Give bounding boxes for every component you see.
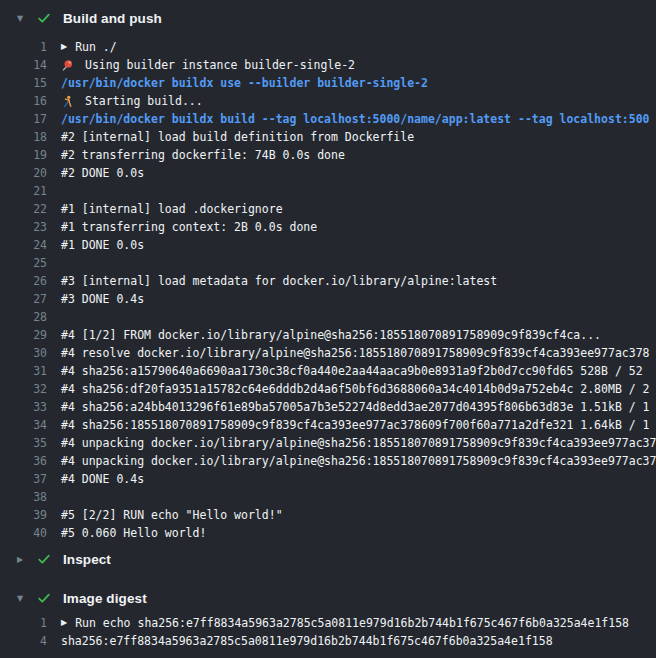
line-number[interactable]: 4 — [0, 632, 47, 650]
line-number[interactable]: 16 — [0, 92, 47, 110]
log-text: #2 [internal] load build definition from… — [61, 128, 414, 146]
log-text: #1 transferring context: 2B 0.0s done — [61, 218, 317, 236]
line-number[interactable]: 27 — [0, 290, 47, 308]
line-number[interactable]: 14 — [0, 56, 47, 74]
log-line: 29 #4 [1/2] FROM docker.io/library/alpin… — [0, 326, 656, 344]
log-text: #1 DONE 0.0s — [61, 236, 144, 254]
log-text: #4 unpacking docker.io/library/alpine@sh… — [61, 452, 656, 470]
log-lines-build-and-push: 1 ▶Run ./ 14 Using builder instance buil… — [0, 38, 656, 542]
line-number[interactable]: 1 — [0, 614, 47, 632]
line-number[interactable]: 20 — [0, 164, 47, 182]
expand-group-icon[interactable]: ▶ — [61, 38, 67, 56]
line-number[interactable]: 37 — [0, 470, 47, 488]
log-text: #4 sha256:185518070891758909c9f839cf4ca3… — [61, 416, 650, 434]
line-number[interactable]: 38 — [0, 488, 47, 506]
log-message: Using builder instance builder-single-2 — [85, 56, 355, 74]
log-line: 28 — [0, 308, 656, 326]
line-number[interactable]: 31 — [0, 362, 47, 380]
log-text: #2 transferring dockerfile: 74B 0.0s don… — [61, 146, 345, 164]
log-line: 35 #4 unpacking docker.io/library/alpine… — [0, 434, 656, 452]
log-line: 15 /usr/bin/docker buildx use --builder … — [0, 74, 656, 92]
check-icon — [37, 552, 51, 566]
log-line: 34 #4 sha256:185518070891758909c9f839cf4… — [0, 416, 656, 434]
section-title: Image digest — [63, 591, 147, 606]
log-text: #2 DONE 0.0s — [61, 164, 144, 182]
log-text: #4 sha256:a15790640a6690aa1730c38cf0a440… — [61, 362, 643, 380]
log-line: 27 #3 DONE 0.4s — [0, 290, 656, 308]
section-header-image-digest[interactable]: ▼ Image digest — [0, 586, 656, 610]
log-message: Starting build... — [85, 92, 203, 110]
log-line: 36 #4 unpacking docker.io/library/alpine… — [0, 452, 656, 470]
line-number[interactable]: 30 — [0, 344, 47, 362]
section-header-inspect[interactable]: ▶ Inspect — [0, 547, 656, 571]
line-number[interactable]: 26 — [0, 272, 47, 290]
section-title: Inspect — [63, 552, 111, 567]
log-text: #4 [1/2] FROM docker.io/library/alpine@s… — [61, 326, 601, 344]
log-text: #4 resolve docker.io/library/alpine@sha2… — [61, 344, 650, 362]
log-line: 1 ▶Run echo sha256:e7ff8834a5963a2785c5a… — [0, 614, 656, 632]
log-line: 16 Starting build... — [0, 92, 656, 110]
log-line: 21 — [0, 182, 656, 200]
section-header-build-and-push[interactable]: ▼ Build and push — [0, 4, 656, 32]
log-line: 26 #3 [internal] load metadata for docke… — [0, 272, 656, 290]
log-text: #4 sha256:a24bb4013296f61e89ba57005a7b3e… — [61, 398, 650, 416]
log-text: #4 unpacking docker.io/library/alpine@sh… — [61, 434, 656, 452]
line-number[interactable]: 19 — [0, 146, 47, 164]
log-line: 1 ▶Run ./ — [0, 38, 656, 56]
log-line: 14 Using builder instance builder-single… — [0, 56, 656, 74]
log-line: 30 #4 resolve docker.io/library/alpine@s… — [0, 344, 656, 362]
log-line: 20 #2 DONE 0.0s — [0, 164, 656, 182]
log-text: #5 [2/2] RUN echo "Hello world!" — [61, 506, 283, 524]
log-line: 23 #1 transferring context: 2B 0.0s done — [0, 218, 656, 236]
log-line: 4 sha256:e7ff8834a5963a2785c5a0811e979d1… — [0, 632, 656, 650]
log-text: ▶Run echo sha256:e7ff8834a5963a2785c5a08… — [61, 614, 629, 632]
workflow-log-viewer: ▼ Build and push 1 ▶Run ./ 14 Using buil… — [0, 0, 656, 658]
log-line: 38 — [0, 488, 656, 506]
line-number[interactable]: 40 — [0, 524, 47, 542]
line-number[interactable]: 23 — [0, 218, 47, 236]
log-line: 32 #4 sha256:df20fa9351a15782c64e6dddb2d… — [0, 380, 656, 398]
line-number[interactable]: 39 — [0, 506, 47, 524]
section-title: Build and push — [63, 11, 162, 26]
log-line: 22 #1 [internal] load .dockerignore — [0, 200, 656, 218]
line-number[interactable]: 15 — [0, 74, 47, 92]
log-text: Using builder instance builder-single-2 — [61, 56, 355, 74]
log-line: 37 #4 DONE 0.4s — [0, 470, 656, 488]
pushpin-icon — [61, 59, 74, 72]
log-text: Starting build... — [61, 92, 203, 110]
line-number[interactable]: 24 — [0, 236, 47, 254]
line-number[interactable]: 32 — [0, 380, 47, 398]
line-number[interactable]: 17 — [0, 110, 47, 128]
log-line: 17 /usr/bin/docker buildx build --tag lo… — [0, 110, 656, 128]
line-number[interactable]: 36 — [0, 452, 47, 470]
chevron-down-icon[interactable]: ▼ — [17, 14, 29, 23]
log-line: 19 #2 transferring dockerfile: 74B 0.0s … — [0, 146, 656, 164]
line-number[interactable]: 22 — [0, 200, 47, 218]
chevron-right-icon[interactable]: ▶ — [17, 555, 29, 564]
line-number[interactable]: 35 — [0, 434, 47, 452]
log-line: 40 #5 0.060 Hello world! — [0, 524, 656, 542]
check-icon — [37, 591, 51, 605]
log-line: 18 #2 [internal] load build definition f… — [0, 128, 656, 146]
log-line: 31 #4 sha256:a15790640a6690aa1730c38cf0a… — [0, 362, 656, 380]
log-text: #4 sha256:df20fa9351a15782c64e6dddb2d4a6… — [61, 380, 650, 398]
chevron-down-icon[interactable]: ▼ — [17, 594, 29, 603]
line-number[interactable]: 29 — [0, 326, 47, 344]
expand-group-icon[interactable]: ▶ — [61, 614, 67, 632]
line-number[interactable]: 34 — [0, 416, 47, 434]
line-number[interactable]: 21 — [0, 182, 47, 200]
log-lines-image-digest: 1 ▶Run echo sha256:e7ff8834a5963a2785c5a… — [0, 614, 656, 650]
line-number[interactable]: 33 — [0, 398, 47, 416]
log-text: #1 [internal] load .dockerignore — [61, 200, 283, 218]
group-command-text: Run ./ — [75, 38, 117, 56]
log-line: 25 — [0, 254, 656, 272]
log-line: 39 #5 [2/2] RUN echo "Hello world!" — [0, 506, 656, 524]
line-number[interactable]: 28 — [0, 308, 47, 326]
runner-icon — [61, 95, 74, 108]
log-line: 33 #4 sha256:a24bb4013296f61e89ba57005a7… — [0, 398, 656, 416]
line-number[interactable]: 18 — [0, 128, 47, 146]
line-number[interactable]: 1 — [0, 38, 47, 56]
log-text: #4 DONE 0.4s — [61, 470, 144, 488]
line-number[interactable]: 25 — [0, 254, 47, 272]
log-text: #3 [internal] load metadata for docker.i… — [61, 272, 497, 290]
